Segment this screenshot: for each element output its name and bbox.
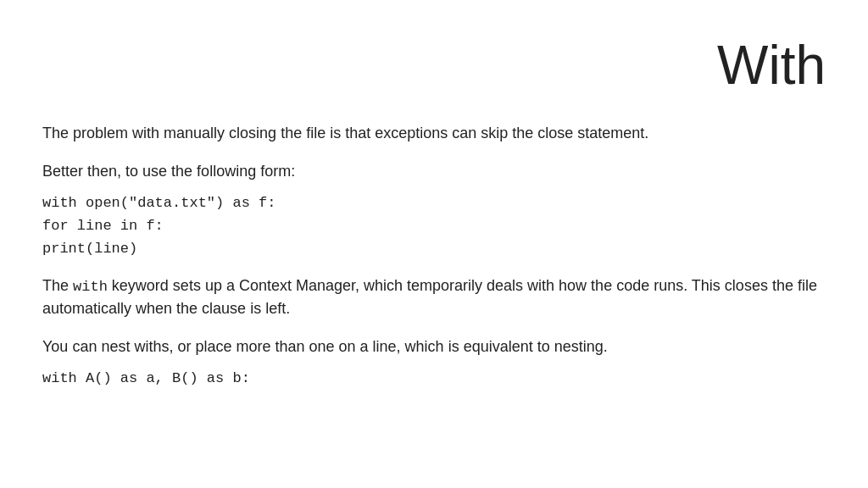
paragraph-3-keyword: with (73, 279, 108, 295)
paragraph-2: Better then, to use the following form: (42, 160, 826, 183)
code-block-1: with open("data.txt") as f: for line in … (42, 191, 826, 261)
slide: With The problem with manually closing t… (0, 0, 868, 488)
code-block-2: with A() as a, B() as b: (42, 367, 826, 390)
paragraph-1: The problem with manually closing the fi… (42, 122, 826, 145)
code-line-2: for line in f: (42, 214, 826, 237)
paragraph-3: The with keyword sets up a Context Manag… (42, 274, 826, 321)
code-line-4: with A() as a, B() as b: (42, 367, 826, 390)
paragraph-4: You can nest withs, or place more than o… (42, 336, 826, 358)
paragraph-3-before: The (42, 277, 73, 294)
code-line-3: print(line) (42, 237, 826, 260)
slide-title: With (42, 34, 826, 97)
code-line-1: with open("data.txt") as f: (42, 191, 826, 214)
paragraph-3-after: keyword sets up a Context Manager, which… (42, 277, 817, 318)
